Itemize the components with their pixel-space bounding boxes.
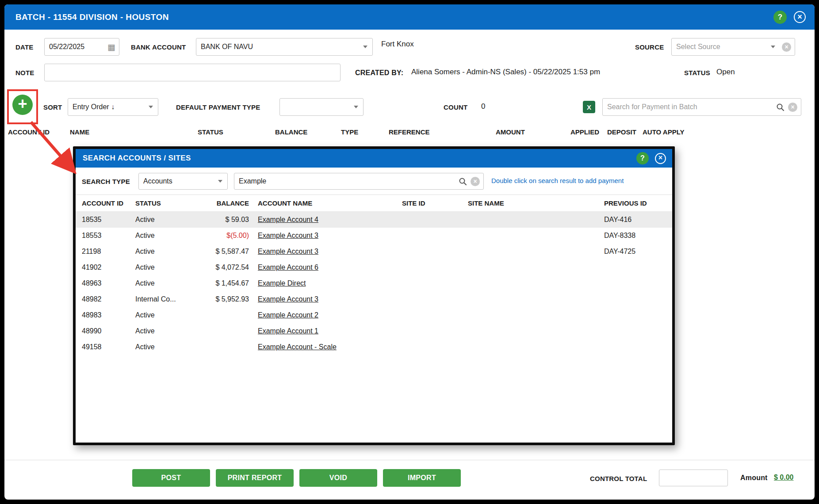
col-account-id: ACCOUNT ID (82, 199, 135, 207)
chevron-down-icon (218, 180, 222, 183)
account-name-link[interactable]: Example Account 4 (258, 216, 318, 223)
status-label: STATUS (684, 69, 710, 76)
search-result-row[interactable]: 48982Internal Co...$ 5,952.93Example Acc… (76, 291, 672, 307)
date-label: DATE (15, 43, 34, 51)
cell-account-id: 18553 (82, 232, 135, 240)
search-result-row[interactable]: 41902Active$ 4,072.54Example Account 6 (76, 260, 672, 275)
bank-account-label: BANK ACCOUNT (131, 43, 186, 51)
post-button[interactable]: POST (132, 469, 210, 487)
modal-close-icon[interactable]: × (655, 153, 666, 164)
cell-previous-id: DAY-8338 (604, 232, 672, 240)
bank-branch: Fort Knox (381, 40, 414, 49)
chevron-down-icon (771, 46, 775, 48)
date-field[interactable]: ▦ (44, 38, 119, 56)
cell-status: Active (135, 279, 203, 287)
cell-account-id: 18535 (82, 216, 135, 224)
control-total-label: CONTROL TOTAL (590, 475, 647, 482)
calendar-icon[interactable]: ▦ (107, 42, 115, 52)
account-name-link[interactable]: Example Direct (258, 279, 306, 287)
chevron-down-icon (363, 46, 367, 48)
bank-account-select[interactable]: BANK OF NAVU (196, 38, 373, 56)
account-name-link[interactable]: Example Account 3 (258, 295, 318, 303)
batch-col-amount: AMOUNT (496, 128, 525, 136)
modal-help-icon[interactable]: ? (636, 152, 649, 164)
search-result-row[interactable]: 48963Active$ 1,454.67Example Direct (76, 275, 672, 291)
search-result-row[interactable]: 18535Active$ 59.03Example Account 4DAY-4… (76, 212, 672, 228)
sort-select[interactable]: Entry Order ↓ (68, 98, 158, 116)
cell-account-name: Example Account 2 (253, 311, 402, 319)
cell-balance: $ 5,952.93 (203, 295, 253, 303)
search-icon[interactable] (776, 103, 785, 111)
search-result-row[interactable]: 48983ActiveExample Account 2 (76, 307, 672, 323)
export-excel-icon[interactable]: X (583, 101, 595, 113)
modal-hint: Double click on search result to add pay… (491, 177, 624, 184)
account-name-link[interactable]: Example Account 1 (258, 327, 318, 335)
cell-status: Active (135, 216, 203, 224)
default-payment-type-select[interactable] (279, 98, 364, 116)
search-icon[interactable] (459, 177, 467, 186)
import-button[interactable]: IMPORT (383, 469, 461, 487)
cell-account-id: 48983 (82, 311, 135, 319)
cell-account-name: Example Account 3 (253, 248, 402, 256)
control-total-field[interactable] (659, 470, 728, 486)
cell-account-name: Example Account 6 (253, 263, 402, 271)
modal-title: SEARCH ACCOUNTS / SITES (83, 154, 191, 163)
note-field[interactable] (44, 64, 341, 81)
batch-search-input[interactable] (603, 99, 776, 115)
batch-search-field[interactable]: × (602, 98, 801, 116)
modal-search-row: SEARCH TYPE Accounts × Double click on s… (76, 168, 672, 195)
cell-account-name: Example Account 3 (253, 232, 402, 240)
account-name-link[interactable]: Example Account - Scale (258, 343, 337, 351)
modal-titlebar: SEARCH ACCOUNTS / SITES ? × (76, 149, 672, 168)
cell-balance: $ 59.03 (203, 216, 253, 224)
batch-window: BATCH - 11554 DIVISION - HOUSTON ? × DAT… (4, 4, 815, 500)
col-previous-id: PREVIOUS ID (604, 199, 672, 207)
search-result-row[interactable]: 48990ActiveExample Account 1 (76, 323, 672, 339)
cell-account-name: Example Account 4 (253, 216, 402, 224)
sort-label: SORT (43, 103, 62, 111)
search-result-row[interactable]: 21198Active$ 5,587.47Example Account 3DA… (76, 244, 672, 260)
search-result-row[interactable]: 49158ActiveExample Account - Scale (76, 339, 672, 355)
chevron-down-icon (354, 106, 358, 108)
control-total-input[interactable] (659, 470, 724, 486)
search-result-row[interactable]: 18553Active$(5.00)Example Account 3DAY-8… (76, 228, 672, 244)
print-report-button[interactable]: PRINT REPORT (216, 469, 294, 487)
account-search-input[interactable] (234, 173, 459, 189)
batch-col-name: NAME (70, 128, 89, 136)
add-payment-button[interactable]: + (12, 95, 33, 115)
window-title: BATCH - 11554 DIVISION - HOUSTON (15, 12, 169, 22)
search-type-select[interactable]: Accounts (138, 173, 228, 190)
account-name-link[interactable]: Example Account 3 (258, 248, 318, 255)
batch-col-deposit: DEPOSIT (607, 128, 636, 136)
clear-source-icon[interactable]: × (782, 42, 791, 52)
source-select[interactable]: Select Source × (671, 38, 795, 56)
col-account-name: ACCOUNT NAME (253, 199, 402, 207)
date-input[interactable] (45, 38, 107, 55)
batch-titlebar: BATCH - 11554 DIVISION - HOUSTON ? × (4, 4, 815, 30)
modal-table-header: ACCOUNT ID STATUS BALANCE ACCOUNT NAME S… (76, 195, 672, 212)
search-type-value: Accounts (143, 177, 172, 185)
cell-status: Active (135, 263, 203, 271)
cell-account-name: Example Account 1 (253, 327, 402, 335)
clear-search-icon[interactable]: × (788, 103, 797, 112)
clear-search-icon[interactable]: × (471, 177, 480, 186)
account-name-link[interactable]: Example Account 6 (258, 263, 318, 271)
help-icon[interactable]: ? (773, 11, 787, 24)
amount-label: Amount (740, 474, 768, 482)
batch-col-status: STATUS (198, 128, 223, 136)
account-name-link[interactable]: Example Account 2 (258, 311, 318, 319)
account-search-field[interactable]: × (234, 173, 484, 190)
search-accounts-modal: SEARCH ACCOUNTS / SITES ? × SEARCH TYPE … (73, 146, 675, 445)
created-by-value: Aliena Somers - Admin-NS (Sales) - 05/22… (411, 68, 600, 76)
cell-status: Active (135, 327, 203, 335)
void-button[interactable]: VOID (299, 469, 377, 487)
account-name-link[interactable]: Example Account 3 (258, 232, 318, 239)
amount-value-link[interactable]: $ 0.00 (774, 473, 793, 481)
close-icon[interactable]: × (794, 11, 806, 23)
cell-balance: $(5.00) (203, 232, 253, 240)
cell-previous-id: DAY-4725 (604, 248, 672, 256)
note-input[interactable] (45, 64, 337, 81)
col-balance: BALANCE (203, 199, 253, 207)
count-value: 0 (481, 102, 485, 111)
cell-previous-id: DAY-416 (604, 216, 672, 224)
